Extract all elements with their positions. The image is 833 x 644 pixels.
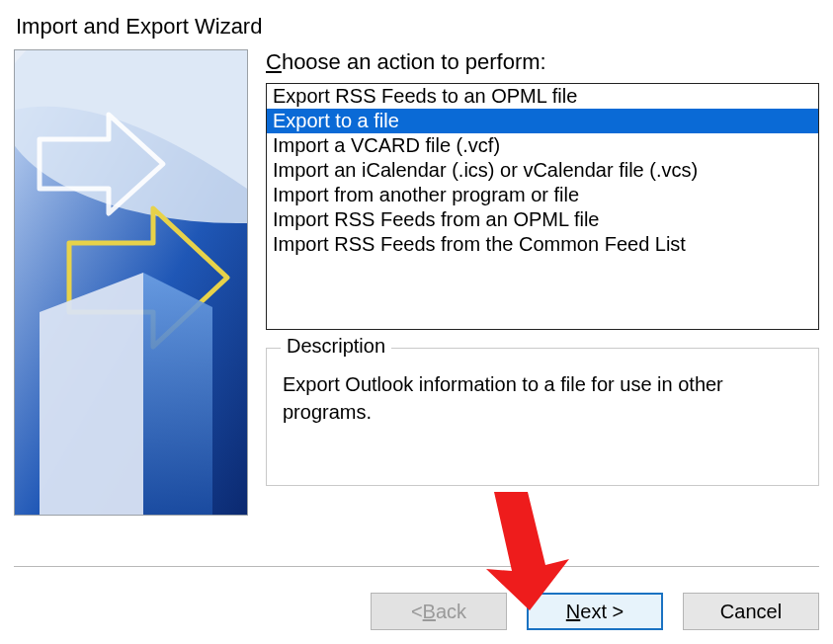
- dialog-content: Choose an action to perform: Export RSS …: [14, 49, 819, 516]
- next-button[interactable]: Next >: [527, 593, 663, 630]
- action-option[interactable]: Import from another program or file: [267, 183, 818, 207]
- wizard-banner-svg: [15, 50, 247, 515]
- description-groupbox: Description Export Outlook information t…: [266, 348, 819, 486]
- action-option[interactable]: Import an iCalendar (.ics) or vCalendar …: [267, 158, 818, 183]
- action-option[interactable]: Export to a file: [267, 109, 818, 133]
- action-option[interactable]: Import RSS Feeds from an OPML file: [267, 207, 818, 232]
- choose-action-text: hoose an action to perform:: [282, 49, 546, 74]
- dialog-title: Import and Export Wizard: [16, 14, 819, 40]
- choose-action-label: Choose an action to perform:: [266, 49, 819, 75]
- svg-marker-3: [143, 273, 212, 515]
- action-option[interactable]: Import RSS Feeds from the Common Feed Li…: [267, 232, 818, 257]
- import-export-wizard-dialog: Import and Export Wizard: [0, 0, 833, 644]
- choose-action-mnemonic: C: [266, 49, 282, 74]
- wizard-banner-image: [14, 49, 248, 516]
- next-button-mnemonic: N: [566, 601, 580, 623]
- wizard-right-panel: Choose an action to perform: Export RSS …: [266, 49, 819, 516]
- back-button: < Back: [371, 593, 507, 630]
- button-row: < Back Next > Cancel: [371, 593, 819, 630]
- action-option[interactable]: Export RSS Feeds to an OPML file: [267, 84, 818, 109]
- description-legend: Description: [281, 335, 391, 358]
- cancel-button[interactable]: Cancel: [683, 593, 819, 630]
- back-button-pre: <: [411, 601, 423, 623]
- action-listbox[interactable]: Export RSS Feeds to an OPML fileExport t…: [266, 83, 819, 330]
- svg-marker-2: [40, 273, 143, 515]
- action-option[interactable]: Import a VCARD file (.vcf): [267, 133, 818, 158]
- separator-line: [14, 566, 819, 567]
- back-button-post: ack: [436, 601, 466, 623]
- back-button-mnemonic: B: [423, 601, 436, 623]
- next-button-post: ext >: [580, 601, 624, 623]
- cancel-button-label: Cancel: [720, 601, 782, 623]
- description-text: Export Outlook information to a file for…: [283, 361, 802, 426]
